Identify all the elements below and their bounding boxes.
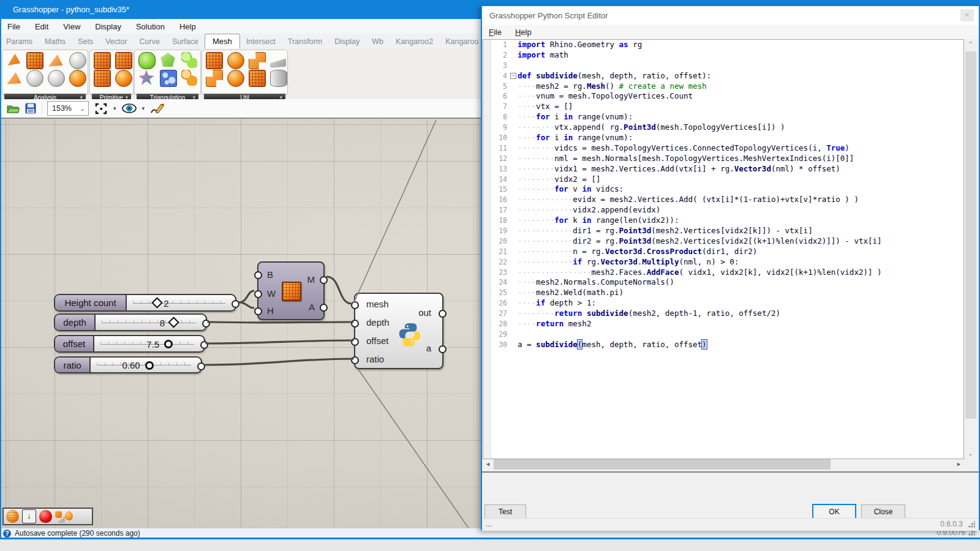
save-file-icon[interactable] — [24, 102, 37, 114]
code-line-27[interactable]: 27········return subdivide(mesh2, depth-… — [483, 309, 963, 319]
code-line-15[interactable]: 15········for v in vidcs: — [483, 184, 963, 195]
close-icon[interactable]: ✕ — [960, 9, 974, 21]
facet-dome-icon[interactable] — [160, 70, 177, 87]
mesh-cull-icon[interactable] — [270, 70, 287, 87]
input-socket-offset[interactable] — [351, 338, 359, 346]
mesh-grid-icon[interactable] — [94, 70, 111, 87]
mesh-explode-icon[interactable] — [227, 52, 244, 69]
slider-handle[interactable] — [168, 317, 179, 328]
tab-display[interactable]: Display — [328, 36, 366, 48]
mesh-surface-icon[interactable] — [115, 52, 132, 69]
solver-icon[interactable] — [39, 510, 52, 523]
delaunay-icon[interactable] — [138, 52, 156, 69]
horizontal-scrollbar[interactable]: ◄ ► — [483, 459, 964, 470]
code-line-25[interactable]: 25····mesh2.Weld(math.pi) — [483, 288, 963, 298]
selection-icon[interactable] — [55, 511, 62, 518]
test-button[interactable]: Test — [484, 504, 526, 519]
metaball-icon[interactable] — [181, 70, 197, 86]
menu-item-display[interactable]: Display — [88, 22, 129, 31]
code-line-18[interactable]: 18········for k in range(len(vidx2)): — [483, 216, 963, 226]
mesh-edges-icon[interactable] — [48, 70, 65, 87]
tab-kangaroo[interactable]: Kangaroo — [439, 36, 484, 48]
code-line-22[interactable]: 22············if rg.Vector3d.Multiply(nm… — [483, 257, 963, 268]
code-line-24[interactable]: 24····mesh2.Normals.ComputeNormals() — [483, 277, 963, 288]
mesh-join-icon[interactable] — [206, 52, 223, 69]
code-line-20[interactable]: 20············dir2 = rg.Point3d(mesh2.Ve… — [483, 236, 963, 247]
open-file-icon[interactable] — [6, 102, 20, 114]
slider-track[interactable] — [97, 365, 191, 365]
mesh-sphere-icon[interactable] — [26, 70, 43, 87]
mesh-smooth-icon[interactable] — [249, 70, 266, 87]
mesh-triangulate-icon[interactable] — [249, 52, 266, 69]
mesh-plane-icon[interactable] — [48, 52, 64, 68]
code-line-14[interactable]: 14········vidx2 = [] — [483, 174, 963, 185]
output-socket-a[interactable] — [320, 304, 328, 312]
input-socket-mesh[interactable] — [351, 301, 359, 309]
slider-output-socket[interactable] — [197, 362, 205, 370]
menu-item-edit[interactable]: Edit — [28, 22, 56, 31]
substrate-icon[interactable] — [181, 52, 197, 68]
vscroll-thumb[interactable] — [965, 51, 976, 419]
code-line-30[interactable]: 30a = subdivide(mesh, depth, ratio, offs… — [483, 340, 963, 350]
editor-resize-grip[interactable] — [968, 521, 975, 528]
code-line-7[interactable]: 7····vtx = [] — [483, 102, 963, 112]
slider-ratio[interactable]: ratio0.60 — [54, 356, 202, 373]
menu-item-file[interactable]: File — [0, 22, 28, 31]
code-line-3[interactable]: 3 — [483, 61, 963, 71]
mesh-box-component[interactable]: BWHMA — [257, 261, 325, 320]
ok-button[interactable]: OK — [812, 504, 856, 519]
editor-menu-file[interactable]: File — [482, 28, 508, 37]
code-line-11[interactable]: 11········vidcs = mesh.TopologyVertices.… — [483, 143, 963, 154]
face-boundary-icon[interactable] — [26, 52, 43, 69]
slider-depth[interactable]: depth8 — [54, 313, 207, 331]
slider-handle[interactable] — [152, 297, 163, 308]
editor-menu-help[interactable]: Help — [508, 28, 538, 37]
code-line-5[interactable]: 5····mesh2 = rg.Mesh() # create a new me… — [483, 81, 963, 92]
tab-vector[interactable]: Vector — [99, 36, 133, 48]
code-editor[interactable]: 1import Rhino.Geometry as rg2import math… — [483, 39, 964, 459]
editor-titlebar[interactable]: Grasshopper Python Script Editor — [482, 6, 979, 25]
code-line-4[interactable]: 4−def subdivide(mesh, depth, ratio, offs… — [483, 71, 963, 81]
mesh-blob-icon[interactable] — [69, 70, 86, 87]
mesh-split-icon[interactable] — [270, 52, 286, 68]
extents-dropdown-arrow[interactable]: ▾ — [113, 105, 116, 111]
slider-label[interactable]: Height count — [55, 295, 127, 310]
mesh-preview-icon[interactable] — [6, 510, 19, 523]
tab-intersect[interactable]: Intersect — [240, 36, 282, 48]
tab-mesh[interactable]: Mesh — [205, 34, 240, 49]
zoom-dropdown[interactable]: 153% ⌄ — [47, 101, 89, 116]
hscroll-thumb[interactable] — [494, 459, 831, 470]
slider-offset[interactable]: offset7.5 — [54, 335, 205, 353]
convex-hull-icon[interactable] — [160, 52, 176, 68]
code-line-23[interactable]: 23················mesh2.Faces.AddFace( v… — [483, 268, 963, 278]
tab-sets[interactable]: Sets — [72, 36, 99, 48]
mesh-normal-icon[interactable] — [6, 70, 22, 86]
scroll-left-icon[interactable]: ◄ — [483, 459, 493, 470]
slider-label[interactable]: ratio — [55, 358, 91, 372]
menu-item-help[interactable]: Help — [172, 22, 203, 31]
slider-label[interactable]: depth — [55, 315, 96, 330]
code-line-26[interactable]: 26····if depth > 1: — [483, 298, 963, 309]
input-socket-ratio[interactable] — [351, 356, 359, 364]
tab-maths[interactable]: Maths — [39, 36, 72, 48]
mesh-quad-icon[interactable] — [94, 52, 111, 69]
mesh-flip-icon[interactable] — [227, 70, 244, 87]
slider-handle[interactable] — [164, 340, 173, 348]
voronoi-icon[interactable] — [138, 70, 154, 86]
tab-surface[interactable]: Surface — [166, 36, 205, 48]
code-line-9[interactable]: 9········vtx.append( rg.Point3d(mesh.Top… — [483, 122, 963, 133]
slider-height-count[interactable]: Height count2 — [54, 294, 236, 312]
input-socket-b[interactable] — [254, 271, 262, 279]
menu-item-view[interactable]: View — [56, 22, 88, 31]
scroll-up-icon[interactable]: ⌃ — [965, 39, 976, 50]
code-line-6[interactable]: 6····vnum = mesh.TopologyVertices.Count — [483, 91, 963, 102]
scroll-down-icon[interactable]: ⌄ — [965, 449, 976, 459]
download-pressed-icon[interactable]: ↓ — [22, 509, 36, 523]
code-line-13[interactable]: 13········vidx1 = mesh2.Vertices.Add(vtx… — [483, 164, 963, 174]
menu-item-solution[interactable]: Solution — [129, 22, 172, 31]
output-socket-out[interactable] — [439, 310, 447, 318]
scroll-right-icon[interactable]: ► — [954, 459, 964, 470]
code-line-29[interactable]: 29 — [483, 329, 963, 340]
slider-handle[interactable] — [145, 361, 154, 370]
tab-params[interactable]: Params — [0, 36, 39, 48]
